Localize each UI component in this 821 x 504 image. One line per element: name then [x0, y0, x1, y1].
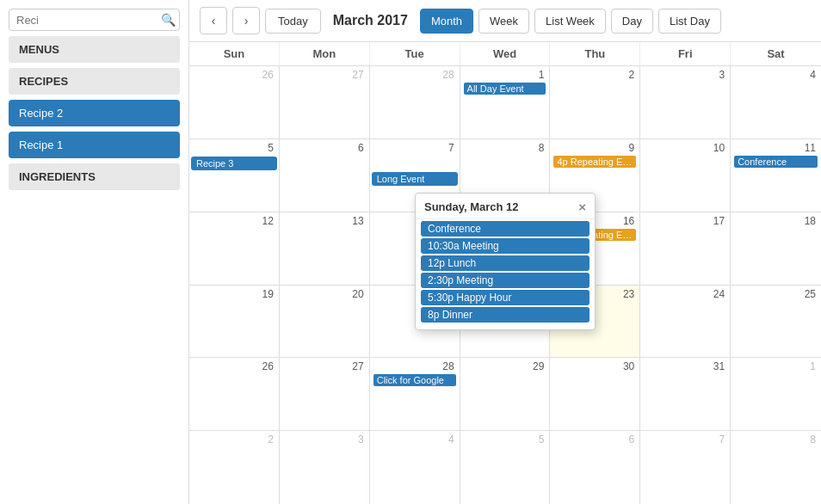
popup-header: Sunday, March 12 ×	[416, 194, 595, 219]
prev-button[interactable]: ‹	[200, 7, 227, 34]
day-mar11[interactable]: 11 Conference	[731, 139, 821, 212]
week-6: 2 3 4 5 6 7 8	[189, 431, 821, 504]
popup-title: Sunday, March 12	[424, 200, 519, 213]
week-5: 26 27 28 Click for Google 29 30 31 1	[189, 358, 821, 431]
day-apr7[interactable]: 7	[640, 431, 731, 504]
day-apr3[interactable]: 3	[280, 431, 370, 504]
day-apr1[interactable]: 1	[731, 358, 821, 430]
day-mar5[interactable]: 5 Recipe 3	[189, 139, 280, 212]
event-alldayevent[interactable]: All Day Event	[464, 83, 546, 95]
day-mar26[interactable]: 26	[189, 358, 280, 430]
sidebar-section-menus[interactable]: MENUS	[9, 36, 180, 63]
header-sun: Sun	[189, 42, 280, 65]
search-icon[interactable]: 🔍	[161, 13, 176, 27]
header-thu: Thu	[550, 42, 640, 65]
day-apr6[interactable]: 6	[550, 431, 640, 504]
popup-close-button[interactable]: ×	[578, 200, 586, 213]
day-apr4[interactable]: 4	[370, 431, 460, 504]
view-listday-button[interactable]: List Day	[658, 9, 721, 34]
view-listweek-button[interactable]: List Week	[534, 9, 606, 34]
event-clickforgoogle[interactable]: Click for Google	[373, 374, 456, 386]
calendar-header: Sun Mon Tue Wed Thu Fri Sat	[189, 42, 821, 66]
event-longevent[interactable]: Long Event	[372, 172, 458, 186]
event-repeating1[interactable]: 4p Repeating Ev...	[553, 156, 636, 168]
day-apr2[interactable]: 2	[189, 431, 280, 504]
popup-event-conference[interactable]: Conference	[421, 221, 590, 237]
day-mar18[interactable]: 18	[731, 212, 821, 285]
day-mar4[interactable]: 4	[731, 66, 821, 138]
view-week-button[interactable]: Week	[478, 9, 529, 34]
header-mon: Mon	[280, 42, 370, 65]
day-mar10[interactable]: 10	[640, 139, 731, 212]
header-tue: Tue	[370, 42, 460, 65]
header-fri: Fri	[640, 42, 731, 65]
view-day-button[interactable]: Day	[611, 9, 653, 34]
day-mar17[interactable]: 17	[640, 212, 731, 285]
sidebar-item-recipe1[interactable]: Recipe 1	[9, 132, 180, 158]
search-input[interactable]	[16, 14, 161, 27]
day-feb26[interactable]: 26	[189, 66, 280, 138]
sidebar-section-recipes[interactable]: RECIPES	[9, 68, 180, 95]
sidebar-item-recipe2[interactable]: Recipe 2	[9, 100, 180, 126]
day-apr5[interactable]: 5	[460, 431, 551, 504]
event-conference-mar11[interactable]: Conference	[734, 156, 818, 168]
day-mar30[interactable]: 30	[550, 358, 640, 430]
calendar-grid: Sun Mon Tue Wed Thu Fri Sat 26 27 28 1 A…	[189, 42, 821, 504]
day-mar12[interactable]: 12	[189, 212, 280, 285]
day-mar13[interactable]: 13	[280, 212, 370, 285]
toolbar: ‹ › Today March 2017 Month Week List Wee…	[189, 0, 821, 42]
main-calendar: ‹ › Today March 2017 Month Week List Wee…	[189, 0, 821, 504]
sidebar: 🔍 MENUS RECIPES Recipe 2 Recipe 1 INGRED…	[0, 0, 189, 504]
search-box[interactable]: 🔍	[9, 9, 180, 31]
today-button[interactable]: Today	[265, 9, 321, 34]
header-wed: Wed	[460, 42, 551, 65]
day-feb28[interactable]: 28	[370, 66, 460, 138]
day-apr8[interactable]: 8	[731, 431, 821, 504]
day-mar29[interactable]: 29	[460, 358, 551, 430]
day-feb27[interactable]: 27	[280, 66, 370, 138]
popup-event-530happyhour[interactable]: 5:30p Happy Hour	[421, 290, 590, 305]
popup-event-12lunch[interactable]: 12p Lunch	[421, 255, 590, 271]
day-mar2[interactable]: 2	[550, 66, 640, 138]
next-button[interactable]: ›	[232, 7, 260, 34]
sidebar-section-ingredients[interactable]: INGREDIENTS	[9, 163, 180, 190]
popup-event-1030meeting[interactable]: 10:30a Meeting	[421, 238, 590, 254]
popup-event-230meeting[interactable]: 2:30p Meeting	[421, 273, 590, 288]
day-mar20[interactable]: 20	[280, 286, 370, 358]
day-mar31[interactable]: 31	[640, 358, 731, 430]
day-mar28[interactable]: 28 Click for Google	[370, 358, 460, 430]
view-month-button[interactable]: Month	[420, 9, 473, 34]
week-1: 26 27 28 1 All Day Event 2 3 4	[189, 66, 821, 139]
day-mar6[interactable]: 6	[280, 139, 370, 212]
day-mar24[interactable]: 24	[640, 286, 731, 358]
current-month: March 2017	[333, 13, 408, 28]
day-mar25[interactable]: 25	[731, 286, 821, 358]
day-mar1[interactable]: 1 All Day Event	[460, 66, 551, 138]
day-mar27[interactable]: 27	[280, 358, 370, 430]
day-mar3[interactable]: 3	[640, 66, 731, 138]
day-popup: Sunday, March 12 × Conference 10:30a Mee…	[415, 193, 596, 330]
header-sat: Sat	[731, 42, 821, 65]
event-recipe3[interactable]: Recipe 3	[191, 157, 277, 170]
popup-event-8dinner[interactable]: 8p Dinner	[421, 307, 590, 323]
day-mar19[interactable]: 19	[189, 286, 280, 358]
